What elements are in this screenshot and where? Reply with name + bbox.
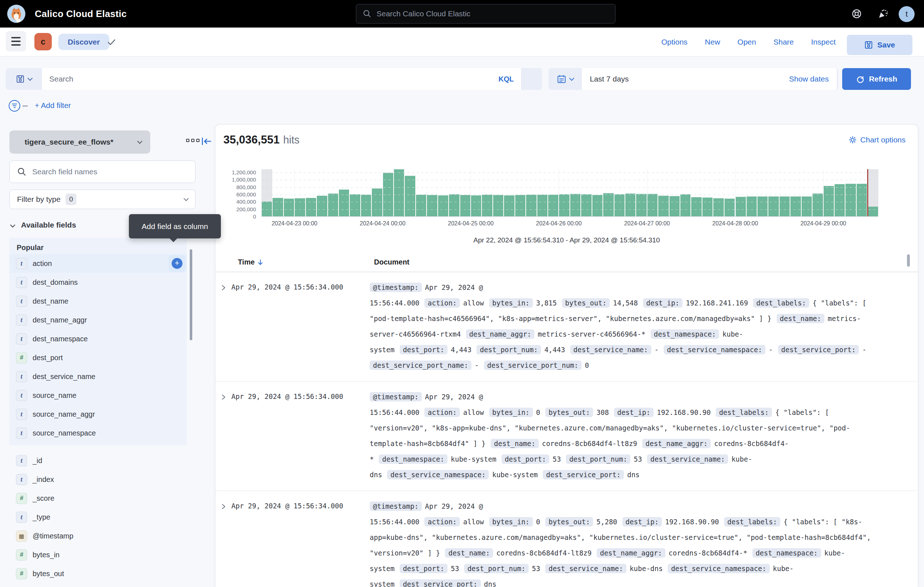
x-tick-label: 2024-04-25 00:00 bbox=[448, 220, 493, 227]
doc-field-value: - bbox=[769, 346, 773, 354]
search-icon bbox=[17, 167, 26, 177]
doc-field-name-chip: action: bbox=[424, 298, 460, 308]
doc-field-name-chip: dest_labels: bbox=[716, 408, 772, 417]
menu-hamburger-button[interactable] bbox=[6, 31, 26, 51]
doc-field-value: coredns-8cb684df4-* bbox=[669, 549, 747, 557]
kql-search-input[interactable]: Search KQL bbox=[42, 68, 521, 90]
time-range-display[interactable]: Last 7 days Show dates bbox=[582, 68, 837, 90]
search-placeholder: Search bbox=[49, 74, 498, 83]
doc-field-name-chip: action: bbox=[424, 517, 460, 526]
x-tick-label: 2024-04-29 00:00 bbox=[800, 220, 846, 227]
doc-field-name-chip: bytes_in: bbox=[489, 408, 533, 417]
field-name: dest_port bbox=[33, 354, 63, 362]
field-item-_score[interactable]: #_score bbox=[10, 489, 187, 508]
filter-in-circle-icon[interactable] bbox=[9, 100, 20, 112]
y-tick-label: 400,000 bbox=[215, 198, 256, 205]
document-column-header: Document bbox=[374, 258, 409, 266]
doc-field-name-chip: dest_port_num: bbox=[477, 345, 541, 354]
breadcrumb-discover[interactable]: Discover bbox=[58, 34, 109, 50]
kql-language-button[interactable]: KQL bbox=[498, 75, 514, 83]
sidebar-scrollbar[interactable] bbox=[190, 249, 192, 340]
calico-logo[interactable] bbox=[7, 5, 25, 23]
doc-field-name-chip: dest_name: bbox=[777, 314, 825, 323]
field-item-_id[interactable]: t_id bbox=[10, 451, 187, 470]
help-icon[interactable] bbox=[851, 8, 863, 20]
space-avatar[interactable]: c bbox=[35, 33, 52, 50]
field-item-dest_ip[interactable]: IPdest_ip bbox=[10, 583, 187, 587]
tooltip-text: Add field as column bbox=[142, 222, 208, 231]
doc-field-name-chip: dest_service_namespace: bbox=[664, 345, 766, 354]
user-avatar[interactable]: t bbox=[899, 6, 914, 22]
doc-field-value: dns bbox=[484, 580, 497, 587]
date-quick-menu-button[interactable] bbox=[549, 68, 582, 90]
doc-field-name-chip: @timestamp: bbox=[370, 501, 422, 511]
show-dates-link[interactable]: Show dates bbox=[789, 74, 829, 83]
options-link[interactable]: Options bbox=[661, 38, 687, 46]
field-name: _index bbox=[33, 475, 54, 484]
doc-field-value: 53 bbox=[553, 455, 561, 463]
saved-query-menu-button[interactable] bbox=[6, 68, 42, 90]
field-item-_type[interactable]: t_type bbox=[10, 508, 187, 526]
doc-field-name-chip: dest_port_num: bbox=[566, 455, 630, 464]
field-item-bytes_in[interactable]: #bytes_in bbox=[10, 545, 187, 564]
field-item-@timestamp[interactable]: ▦@timestamp bbox=[10, 526, 187, 545]
documents-table-body: Apr 29, 2024 @ 15:56:34.000@timestamp:Ap… bbox=[215, 272, 918, 587]
new-link[interactable]: New bbox=[705, 38, 720, 46]
news-party-popper-icon[interactable] bbox=[877, 8, 889, 20]
field-item-_index[interactable]: t_index bbox=[10, 470, 187, 489]
search-icon bbox=[363, 10, 371, 18]
sort-descending-icon[interactable] bbox=[257, 259, 263, 266]
add-filter-link[interactable]: + Add filter bbox=[35, 101, 71, 110]
row-timestamp: Apr 29, 2024 @ 15:56:34.000 bbox=[231, 499, 370, 587]
refresh-button[interactable]: Refresh bbox=[842, 68, 911, 90]
popular-label: Popular bbox=[10, 243, 187, 252]
doc-field-name-chip: dest_labels: bbox=[753, 298, 809, 308]
open-link[interactable]: Open bbox=[738, 38, 756, 46]
hits-count: 35,036,551 bbox=[223, 133, 279, 146]
field-item-action[interactable]: taction+ bbox=[10, 254, 187, 273]
doc-field-name-chip: @timestamp: bbox=[370, 283, 422, 292]
inspect-link[interactable]: Inspect bbox=[811, 38, 836, 46]
expand-row-icon[interactable] bbox=[215, 499, 231, 587]
field-filter-settings-icon[interactable] bbox=[186, 139, 200, 142]
collapse-sidebar-icon[interactable] bbox=[200, 135, 213, 147]
chart-options-button[interactable]: Chart options bbox=[849, 136, 906, 144]
field-name: source_name_aggr bbox=[33, 410, 95, 418]
documents-table-header: Time Document bbox=[215, 258, 918, 272]
doc-field-name-chip: bytes_out: bbox=[562, 298, 610, 308]
field-item-dest_name_aggr[interactable]: tdest_name_aggr bbox=[10, 311, 187, 329]
field-type-number-icon: # bbox=[16, 549, 27, 561]
field-item-source_name_aggr[interactable]: tsource_name_aggr bbox=[10, 405, 187, 423]
time-column-header[interactable]: Time bbox=[238, 258, 254, 266]
refresh-icon bbox=[856, 74, 865, 83]
add-field-as-column-button[interactable]: + bbox=[169, 255, 185, 272]
field-item-source_name[interactable]: tsource_name bbox=[10, 386, 187, 405]
doc-field-name-chip: bytes_out: bbox=[545, 408, 593, 417]
doc-field-name-chip: dest_port: bbox=[400, 564, 447, 573]
index-pattern-selector[interactable]: tigera_secure_ee_flows* bbox=[10, 131, 150, 154]
query-bar: Search KQL bbox=[6, 68, 542, 90]
field-name: action bbox=[33, 260, 52, 268]
field-item-bytes_out[interactable]: #bytes_out bbox=[10, 564, 187, 583]
filter-by-type-dropdown[interactable]: Filter by type 0 bbox=[10, 190, 196, 209]
field-type-t-icon: t bbox=[16, 455, 27, 466]
expand-row-icon[interactable] bbox=[215, 280, 231, 373]
field-item-dest_port[interactable]: #dest_port bbox=[10, 348, 187, 367]
field-search-input[interactable]: Search field names bbox=[10, 160, 196, 183]
global-search-input[interactable]: Search Calico Cloud Elastic bbox=[356, 4, 615, 23]
field-item-dest_domains[interactable]: tdest_domains bbox=[10, 273, 187, 292]
save-button[interactable]: Save bbox=[847, 35, 912, 55]
field-item-dest_name[interactable]: tdest_name bbox=[10, 292, 187, 311]
doc-field-name-chip: dest_service_name: bbox=[570, 345, 651, 354]
field-name: _type bbox=[33, 513, 50, 521]
doc-field-name-chip: dest_ip: bbox=[643, 298, 683, 308]
share-link[interactable]: Share bbox=[773, 38, 794, 46]
doc-field-value: - bbox=[862, 346, 866, 354]
field-item-dest_namespace[interactable]: tdest_namespace bbox=[10, 329, 187, 348]
table-scrollbar[interactable] bbox=[907, 255, 910, 267]
field-item-source_namespace[interactable]: tsource_namespace bbox=[10, 423, 187, 442]
field-item-dest_service_name[interactable]: tdest_service_name bbox=[10, 367, 187, 386]
available-fields-header[interactable]: Available fields bbox=[11, 221, 76, 229]
expand-row-icon[interactable] bbox=[215, 389, 231, 483]
field-type-t-icon: t bbox=[16, 474, 27, 485]
